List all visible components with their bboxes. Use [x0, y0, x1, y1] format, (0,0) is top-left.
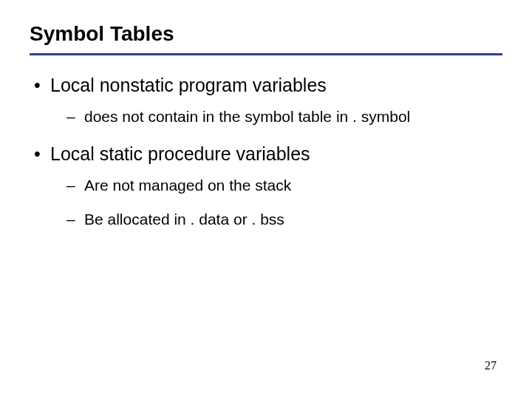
- bullet-text: Local static procedure variables: [50, 143, 310, 164]
- bullet-item: Local static procedure variables Are not…: [30, 142, 502, 231]
- sub-bullet-item: Be allocated in . data or . bss: [64, 207, 502, 232]
- bullet-text: Local nonstatic program variables: [50, 75, 327, 95]
- sub-bullet-list: Are not managed on the stack Be allocate…: [50, 173, 502, 231]
- slide-title: Symbol Tables: [30, 22, 502, 46]
- sub-bullet-text: Are not managed on the stack: [84, 177, 291, 194]
- page-number: 27: [485, 359, 497, 372]
- bullet-list: Local nonstatic program variables does n…: [30, 73, 502, 231]
- sub-bullet-text: Be allocated in . data or . bss: [84, 211, 284, 228]
- sub-bullet-text: does not contain in the symbol table in …: [84, 108, 410, 125]
- sub-bullet-item: does not contain in the symbol table in …: [64, 104, 502, 129]
- slide: Symbol Tables Local nonstatic program va…: [0, 0, 532, 399]
- sub-bullet-list: does not contain in the symbol table in …: [50, 104, 502, 129]
- title-divider: [30, 53, 502, 55]
- bullet-item: Local nonstatic program variables does n…: [30, 73, 502, 129]
- sub-bullet-item: Are not managed on the stack: [64, 173, 502, 198]
